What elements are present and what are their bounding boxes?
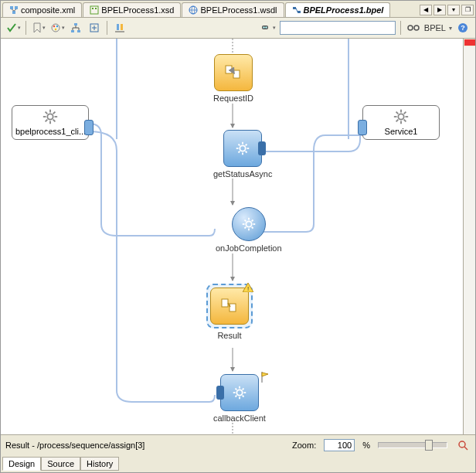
editor-toolbar: BPEL ▾ ?	[1, 18, 475, 39]
svg-rect-23	[262, 26, 268, 29]
zoom-slider[interactable]	[378, 442, 447, 448]
xsd-icon	[90, 5, 99, 15]
palette-button[interactable]	[49, 20, 65, 36]
editor-tabs: composite.xml BPELProcess1.xsd BPELProce…	[1, 1, 475, 18]
link-button[interactable]	[406, 20, 421, 36]
svg-rect-77	[222, 299, 228, 307]
tab-bpel[interactable]: BPELProcess1.bpel	[285, 2, 391, 17]
tab-xsd[interactable]: BPELProcess1.xsd	[83, 2, 181, 17]
tab-nav: ◀ ▶ ▾ ❐	[420, 5, 474, 15]
svg-point-15	[56, 26, 57, 27]
svg-line-53	[404, 120, 406, 122]
tab-nav-max[interactable]: ❐	[461, 5, 474, 15]
composite-icon	[9, 5, 19, 15]
zoom-label: Zoom:	[292, 441, 316, 450]
svg-line-87	[235, 396, 236, 397]
svg-line-66	[246, 145, 247, 146]
svg-line-63	[239, 145, 240, 146]
gear-icon	[42, 108, 59, 125]
svg-point-25	[266, 26, 267, 28]
svg-line-88	[243, 389, 244, 390]
svg-line-4	[14, 9, 16, 11]
svg-rect-7	[95, 8, 97, 9]
node-request-id[interactable]: RequestID	[213, 54, 253, 103]
bookmark-button[interactable]	[31, 20, 46, 36]
gear-icon	[240, 216, 257, 233]
bpel-canvas[interactable]: bpelprocess1_cli... Service1 RequestID	[1, 39, 463, 434]
zoom-unit: %	[362, 441, 370, 450]
svg-point-80	[236, 390, 242, 395]
svg-rect-11	[293, 7, 296, 9]
tab-history[interactable]: History	[80, 457, 119, 471]
svg-line-90	[464, 447, 468, 450]
tab-composite[interactable]: composite.xml	[2, 2, 82, 17]
svg-line-74	[244, 227, 246, 229]
node-get-status[interactable]: getStatusAsync	[213, 130, 272, 179]
validate-button[interactable]	[5, 20, 21, 36]
node-label: getStatusAsync	[213, 169, 272, 179]
svg-point-67	[246, 221, 251, 226]
node-label: Result	[206, 331, 253, 340]
svg-line-46	[53, 112, 56, 114]
find-button[interactable]	[261, 20, 277, 36]
svg-line-52	[396, 112, 399, 114]
svg-point-16	[54, 29, 56, 30]
zoom-input[interactable]	[324, 439, 355, 451]
svg-point-27	[414, 26, 419, 30]
highlight-button[interactable]	[112, 20, 128, 36]
svg-line-72	[244, 220, 246, 222]
partner-link-client[interactable]: bpelprocess1_cli...	[12, 105, 89, 140]
node-label: onJobCompletion	[216, 243, 282, 253]
node-label: RequestID	[213, 94, 253, 103]
partner-port[interactable]	[84, 120, 94, 135]
search-input[interactable]	[280, 21, 396, 35]
mode-dropdown-icon[interactable]: ▾	[449, 25, 452, 32]
svg-line-65	[239, 151, 240, 153]
svg-line-85	[235, 389, 236, 390]
partner-port[interactable]	[358, 120, 367, 135]
node-label: callbackClient	[213, 413, 266, 423]
error-marker[interactable]	[464, 39, 475, 46]
node-callback[interactable]: callbackClient	[213, 374, 266, 423]
assign-icon	[224, 63, 243, 82]
svg-rect-5	[90, 6, 98, 14]
invoke-port	[258, 141, 266, 155]
svg-rect-1	[15, 6, 18, 9]
help-button[interactable]: ?	[455, 20, 471, 36]
tab-nav-list[interactable]: ▾	[447, 5, 460, 15]
gear-icon	[393, 108, 410, 125]
node-on-job[interactable]: onJobCompletion	[216, 207, 282, 253]
tab-design[interactable]: Design	[2, 457, 41, 471]
assign-icon	[220, 297, 239, 315]
svg-line-3	[12, 9, 14, 11]
svg-rect-22	[121, 24, 123, 30]
svg-point-26	[408, 26, 413, 30]
svg-rect-2	[12, 11, 15, 14]
svg-line-64	[246, 151, 247, 153]
tab-source[interactable]: Source	[41, 457, 80, 471]
status-bar: Result - /process/sequence/assign[3] Zoo…	[1, 434, 475, 455]
svg-rect-78	[230, 304, 236, 311]
layout-button[interactable]	[68, 20, 83, 36]
partner-link-service[interactable]: Service1	[362, 105, 440, 140]
tab-nav-left[interactable]: ◀	[420, 5, 432, 15]
svg-rect-56	[226, 66, 232, 73]
editor-mode-tabs: Design Source History	[1, 455, 475, 472]
bpel-icon	[292, 5, 301, 15]
zoom-fit-button[interactable]	[455, 437, 471, 453]
warning-icon: !	[243, 283, 253, 292]
svg-text:?: ?	[461, 24, 465, 32]
tab-label: composite.xml	[21, 5, 75, 15]
overview-ruler[interactable]	[463, 39, 475, 434]
svg-line-73	[251, 227, 253, 229]
slider-thumb[interactable]	[425, 440, 433, 451]
node-result[interactable]: ! Result	[206, 284, 253, 340]
tab-nav-right[interactable]: ▶	[434, 5, 446, 15]
svg-rect-57	[233, 70, 240, 78]
expand-button[interactable]	[87, 20, 102, 36]
svg-line-55	[404, 112, 406, 114]
tab-wsdl[interactable]: BPELProcess1.wsdl	[182, 2, 284, 17]
svg-point-47	[398, 114, 403, 119]
tab-label: BPELProcess1.wsdl	[200, 5, 277, 15]
svg-rect-19	[77, 30, 80, 32]
